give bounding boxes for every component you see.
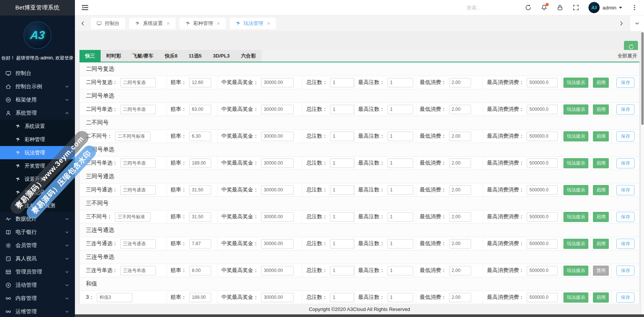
max-prize-input[interactable] (261, 132, 294, 141)
hint-button[interactable]: 玩法提示 (563, 239, 588, 249)
max-cost-input[interactable] (527, 105, 558, 114)
status-button[interactable]: 启用 (593, 212, 609, 222)
min-cost-input[interactable] (449, 185, 471, 195)
sidebar-subitem[interactable]: 系统设置 (0, 120, 75, 133)
nav-tab-1[interactable]: 系统设置× (129, 18, 176, 29)
total-bets-input[interactable] (330, 105, 354, 114)
tabs-scroll-left-icon[interactable] (80, 20, 86, 26)
sidebar-item-4[interactable]: 数据统计 (0, 212, 75, 225)
status-button[interactable]: 启用 (593, 131, 609, 141)
save-button[interactable]: 保存 (616, 185, 635, 195)
max-bets-input[interactable] (387, 158, 413, 168)
play-name-input[interactable] (120, 105, 156, 114)
max-cost-input[interactable] (527, 266, 558, 275)
search-input[interactable] (467, 5, 516, 11)
sidebar-item-6[interactable]: 会员管理 (0, 239, 75, 252)
max-prize-input[interactable] (261, 266, 294, 275)
hint-button[interactable]: 玩法提示 (563, 212, 588, 222)
max-cost-input[interactable] (527, 293, 558, 302)
max-bets-input[interactable] (387, 185, 413, 195)
max-bets-input[interactable] (387, 78, 413, 87)
hint-button[interactable]: 玩法提示 (563, 185, 588, 195)
play-name-input[interactable] (97, 293, 132, 302)
sidebar-subitem[interactable]: 注单异常检测 (0, 199, 75, 212)
max-prize-input[interactable] (261, 212, 294, 222)
odds-input[interactable] (189, 158, 211, 168)
nav-tab-2[interactable]: 彩种管理× (179, 18, 226, 29)
max-bets-input[interactable] (387, 266, 413, 275)
expand-all-link[interactable]: 全部展开 (618, 53, 639, 59)
max-bets-input[interactable] (387, 212, 413, 222)
odds-input[interactable] (189, 185, 211, 195)
sidebar-subitem[interactable]: 设置开奖 (0, 172, 75, 186)
bell-icon[interactable] (541, 4, 548, 11)
game-tab-5[interactable]: 3D/PL3 (207, 50, 235, 62)
close-icon[interactable]: × (217, 20, 220, 26)
max-prize-input[interactable] (261, 293, 294, 302)
odds-input[interactable] (189, 105, 211, 114)
play-name-input[interactable] (120, 185, 156, 195)
play-name-input[interactable] (115, 132, 151, 141)
min-cost-input[interactable] (449, 266, 471, 275)
sidebar-item-11[interactable]: 运维管理 (0, 305, 75, 317)
sidebar-item-10[interactable]: 内容管理 (0, 292, 75, 305)
status-button[interactable]: 启用 (593, 292, 609, 303)
save-button[interactable]: 保存 (616, 78, 635, 88)
play-name-input[interactable] (120, 158, 156, 168)
max-prize-input[interactable] (261, 78, 294, 87)
hint-button[interactable]: 玩法提示 (563, 131, 588, 141)
sidebar-subitem[interactable]: 玩法管理 (0, 146, 75, 159)
min-cost-input[interactable] (449, 293, 471, 302)
nav-tab-3[interactable]: 玩法管理× (230, 18, 276, 29)
total-bets-input[interactable] (330, 239, 354, 249)
hint-button[interactable]: 玩法提示 (563, 266, 588, 276)
max-prize-input[interactable] (261, 105, 294, 114)
close-icon[interactable]: × (166, 20, 170, 26)
total-bets-input[interactable] (330, 158, 354, 168)
scrollbar-thumb[interactable] (641, 32, 644, 125)
save-button[interactable]: 保存 (616, 212, 635, 222)
status-button[interactable]: 启用 (593, 239, 609, 249)
max-prize-input[interactable] (261, 158, 294, 168)
game-tab-6[interactable]: 六合彩 (235, 50, 261, 62)
status-button[interactable]: 启用 (593, 158, 609, 168)
more-options-icon[interactable] (631, 4, 638, 11)
max-cost-input[interactable] (527, 132, 558, 141)
total-bets-input[interactable] (330, 78, 354, 87)
total-bets-input[interactable] (330, 212, 354, 222)
play-name-input[interactable] (120, 78, 156, 87)
min-cost-input[interactable] (449, 239, 471, 249)
min-cost-input[interactable] (449, 212, 471, 222)
tabs-scroll-right-icon[interactable] (618, 20, 624, 26)
max-cost-input[interactable] (527, 212, 558, 222)
lock-icon[interactable] (557, 4, 563, 11)
sidebar-item-8[interactable]: 管理员管理 (0, 265, 75, 278)
max-bets-input[interactable] (387, 105, 413, 114)
game-tab-4[interactable]: 11选5 (183, 50, 207, 62)
odds-input[interactable] (189, 132, 211, 141)
max-prize-input[interactable] (261, 239, 294, 249)
min-cost-input[interactable] (449, 105, 471, 114)
max-cost-input[interactable] (527, 78, 558, 87)
sidebar-item-3[interactable]: 系统管理 (0, 106, 75, 120)
total-bets-input[interactable] (330, 293, 354, 302)
game-tab-2[interactable]: 飞艇/赛车 (127, 50, 159, 62)
refresh-icon[interactable] (525, 4, 532, 11)
total-bets-input[interactable] (330, 185, 354, 195)
odds-input[interactable] (189, 293, 211, 302)
play-name-input[interactable] (120, 266, 156, 275)
sidebar-item-0[interactable]: 控制台 (0, 67, 75, 80)
max-bets-input[interactable] (387, 132, 413, 141)
sidebar-item-9[interactable]: 活动管理 (0, 278, 75, 292)
status-button[interactable]: 禁用 (593, 266, 609, 276)
play-name-input[interactable] (115, 212, 151, 222)
hint-button[interactable]: 玩法提示 (563, 292, 588, 303)
sidebar-item-2[interactable]: OK框架使用 (0, 93, 75, 106)
odds-input[interactable] (189, 239, 211, 249)
hint-button[interactable]: 玩法提示 (563, 158, 588, 168)
save-button[interactable]: 保存 (616, 292, 635, 303)
game-tab-0[interactable]: 快三 (79, 50, 101, 62)
max-cost-input[interactable] (527, 158, 558, 168)
game-tab-3[interactable]: 快乐8 (159, 50, 183, 62)
sidebar-subitem[interactable]: 彩种管理 (0, 133, 75, 146)
